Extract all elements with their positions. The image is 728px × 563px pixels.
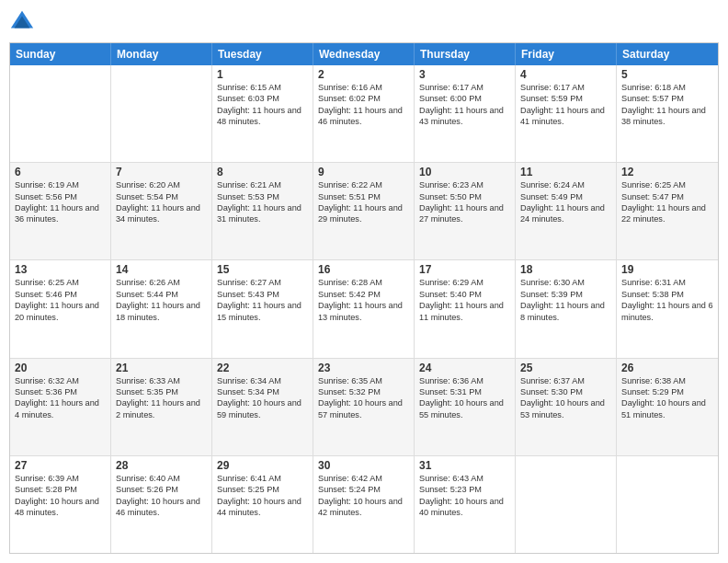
cal-cell: 20Sunrise: 6:32 AMSunset: 5:36 PMDayligh… (10, 359, 111, 455)
day-number: 8 (217, 166, 308, 178)
cal-cell: 22Sunrise: 6:34 AMSunset: 5:34 PMDayligh… (212, 359, 313, 455)
cal-cell: 5Sunrise: 6:18 AMSunset: 5:57 PMDaylight… (617, 65, 718, 162)
cell-info: Sunrise: 6:17 AMSunset: 6:00 PMDaylight:… (419, 82, 510, 128)
cal-cell: 19Sunrise: 6:31 AMSunset: 5:38 PMDayligh… (617, 260, 718, 357)
day-number: 6 (15, 166, 106, 178)
day-number: 31 (419, 459, 510, 472)
cell-info: Sunrise: 6:28 AMSunset: 5:42 PMDaylight:… (318, 277, 409, 323)
cell-info: Sunrise: 6:26 AMSunset: 5:44 PMDaylight:… (116, 277, 207, 323)
cal-cell (10, 65, 111, 162)
day-number: 29 (217, 459, 308, 472)
cal-cell: 1Sunrise: 6:15 AMSunset: 6:03 PMDaylight… (212, 65, 313, 162)
cal-cell: 9Sunrise: 6:22 AMSunset: 5:51 PMDaylight… (313, 163, 415, 259)
header-day-wednesday: Wednesday (313, 43, 415, 65)
cal-cell: 21Sunrise: 6:33 AMSunset: 5:35 PMDayligh… (111, 359, 212, 455)
cell-info: Sunrise: 6:34 AMSunset: 5:34 PMDaylight:… (217, 375, 308, 421)
cell-info: Sunrise: 6:38 AMSunset: 5:29 PMDaylight:… (621, 375, 713, 421)
cell-info: Sunrise: 6:16 AMSunset: 6:02 PMDaylight:… (318, 82, 409, 128)
day-number: 22 (217, 362, 308, 374)
calendar-header: SundayMondayTuesdayWednesdayThursdayFrid… (10, 43, 718, 65)
cell-info: Sunrise: 6:21 AMSunset: 5:53 PMDaylight:… (217, 179, 308, 225)
cal-cell: 14Sunrise: 6:26 AMSunset: 5:44 PMDayligh… (111, 260, 212, 357)
cell-info: Sunrise: 6:29 AMSunset: 5:40 PMDaylight:… (419, 277, 510, 323)
cell-info: Sunrise: 6:23 AMSunset: 5:50 PMDaylight:… (419, 179, 510, 225)
day-number: 4 (520, 68, 611, 81)
day-number: 21 (116, 362, 207, 374)
day-number: 20 (15, 362, 106, 374)
cell-info: Sunrise: 6:25 AMSunset: 5:46 PMDaylight:… (15, 277, 106, 323)
day-number: 7 (116, 166, 207, 178)
header-day-tuesday: Tuesday (212, 43, 313, 65)
day-number: 25 (520, 362, 611, 374)
header (9, 9, 719, 35)
cal-cell (111, 65, 212, 162)
cell-info: Sunrise: 6:40 AMSunset: 5:26 PMDaylight:… (116, 473, 207, 519)
cal-row-2: 13Sunrise: 6:25 AMSunset: 5:46 PMDayligh… (10, 259, 718, 357)
cell-info: Sunrise: 6:39 AMSunset: 5:28 PMDaylight:… (15, 473, 106, 519)
cell-info: Sunrise: 6:20 AMSunset: 5:54 PMDaylight:… (116, 179, 207, 225)
cell-info: Sunrise: 6:15 AMSunset: 6:03 PMDaylight:… (217, 82, 308, 128)
day-number: 23 (318, 362, 409, 374)
cal-cell: 31Sunrise: 6:43 AMSunset: 5:23 PMDayligh… (415, 456, 516, 553)
cell-info: Sunrise: 6:41 AMSunset: 5:25 PMDaylight:… (217, 473, 308, 519)
cal-cell (617, 456, 718, 553)
day-number: 24 (419, 362, 510, 374)
calendar: SundayMondayTuesdayWednesdayThursdayFrid… (9, 42, 719, 554)
logo-icon (9, 9, 35, 35)
cal-cell: 30Sunrise: 6:42 AMSunset: 5:24 PMDayligh… (313, 456, 415, 553)
cal-cell: 13Sunrise: 6:25 AMSunset: 5:46 PMDayligh… (10, 260, 111, 357)
cell-info: Sunrise: 6:43 AMSunset: 5:23 PMDaylight:… (419, 473, 510, 519)
cell-info: Sunrise: 6:25 AMSunset: 5:47 PMDaylight:… (621, 179, 713, 225)
cal-cell: 18Sunrise: 6:30 AMSunset: 5:39 PMDayligh… (516, 260, 617, 357)
logo (9, 9, 39, 35)
day-number: 2 (318, 68, 409, 81)
cal-cell: 29Sunrise: 6:41 AMSunset: 5:25 PMDayligh… (212, 456, 313, 553)
header-day-sunday: Sunday (10, 43, 111, 65)
day-number: 15 (217, 263, 308, 276)
day-number: 16 (318, 263, 409, 276)
cell-info: Sunrise: 6:18 AMSunset: 5:57 PMDaylight:… (621, 82, 713, 128)
cell-info: Sunrise: 6:24 AMSunset: 5:49 PMDaylight:… (520, 179, 611, 225)
cell-info: Sunrise: 6:19 AMSunset: 5:56 PMDaylight:… (15, 179, 106, 225)
header-day-thursday: Thursday (415, 43, 516, 65)
page: SundayMondayTuesdayWednesdayThursdayFrid… (0, 0, 728, 563)
day-number: 11 (520, 166, 611, 178)
header-day-friday: Friday (516, 43, 617, 65)
calendar-body: 1Sunrise: 6:15 AMSunset: 6:03 PMDaylight… (10, 65, 718, 553)
cal-cell: 3Sunrise: 6:17 AMSunset: 6:00 PMDaylight… (415, 65, 516, 162)
cal-cell: 16Sunrise: 6:28 AMSunset: 5:42 PMDayligh… (313, 260, 415, 357)
cal-cell: 24Sunrise: 6:36 AMSunset: 5:31 PMDayligh… (415, 359, 516, 455)
cell-info: Sunrise: 6:31 AMSunset: 5:38 PMDaylight:… (621, 277, 713, 323)
cal-cell: 27Sunrise: 6:39 AMSunset: 5:28 PMDayligh… (10, 456, 111, 553)
cal-cell: 23Sunrise: 6:35 AMSunset: 5:32 PMDayligh… (313, 359, 415, 455)
day-number: 12 (621, 166, 713, 178)
day-number: 27 (15, 459, 106, 472)
day-number: 3 (419, 68, 510, 81)
day-number: 28 (116, 459, 207, 472)
cal-cell: 15Sunrise: 6:27 AMSunset: 5:43 PMDayligh… (212, 260, 313, 357)
day-number: 13 (15, 263, 106, 276)
day-number: 1 (217, 68, 308, 81)
day-number: 19 (621, 263, 713, 276)
cal-row-0: 1Sunrise: 6:15 AMSunset: 6:03 PMDaylight… (10, 65, 718, 162)
cell-info: Sunrise: 6:30 AMSunset: 5:39 PMDaylight:… (520, 277, 611, 323)
day-number: 30 (318, 459, 409, 472)
day-number: 9 (318, 166, 409, 178)
cal-cell: 8Sunrise: 6:21 AMSunset: 5:53 PMDaylight… (212, 163, 313, 259)
cell-info: Sunrise: 6:27 AMSunset: 5:43 PMDaylight:… (217, 277, 308, 323)
cal-row-3: 20Sunrise: 6:32 AMSunset: 5:36 PMDayligh… (10, 358, 718, 455)
day-number: 18 (520, 263, 611, 276)
cell-info: Sunrise: 6:32 AMSunset: 5:36 PMDaylight:… (15, 375, 106, 421)
cell-info: Sunrise: 6:35 AMSunset: 5:32 PMDaylight:… (318, 375, 409, 421)
cell-info: Sunrise: 6:17 AMSunset: 5:59 PMDaylight:… (520, 82, 611, 128)
cal-cell: 28Sunrise: 6:40 AMSunset: 5:26 PMDayligh… (111, 456, 212, 553)
cal-cell: 11Sunrise: 6:24 AMSunset: 5:49 PMDayligh… (516, 163, 617, 259)
cal-row-1: 6Sunrise: 6:19 AMSunset: 5:56 PMDaylight… (10, 162, 718, 259)
cell-info: Sunrise: 6:37 AMSunset: 5:30 PMDaylight:… (520, 375, 611, 421)
cal-cell: 2Sunrise: 6:16 AMSunset: 6:02 PMDaylight… (313, 65, 415, 162)
cal-cell: 25Sunrise: 6:37 AMSunset: 5:30 PMDayligh… (516, 359, 617, 455)
day-number: 5 (621, 68, 713, 81)
cal-row-4: 27Sunrise: 6:39 AMSunset: 5:28 PMDayligh… (10, 455, 718, 553)
day-number: 26 (621, 362, 713, 374)
cal-cell: 4Sunrise: 6:17 AMSunset: 5:59 PMDaylight… (516, 65, 617, 162)
